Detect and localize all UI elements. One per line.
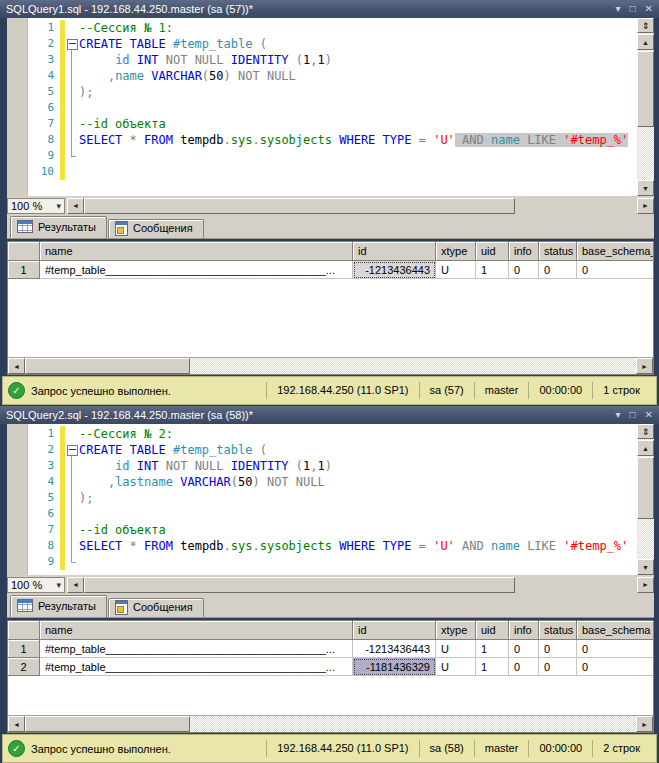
column-header-xtype[interactable]: xtype [436,621,476,640]
editor-horizontal-scrollbar[interactable]: ◄ ► [67,577,654,593]
scroll-right-icon[interactable]: ► [636,358,653,374]
scrollbar-track[interactable] [84,577,637,593]
scroll-down-icon[interactable]: ▼ [637,559,654,575]
grid-cell[interactable]: U [436,261,476,279]
scroll-right-icon[interactable]: ► [637,198,654,214]
grid-cell[interactable]: #temp_table_____________________________… [40,261,353,279]
column-header-id[interactable]: id [353,242,436,261]
editor-vertical-scrollbar[interactable]: ⇕ ▲ ▼ [637,18,654,196]
grid-horizontal-scrollbar[interactable]: ◄ ► [8,715,653,732]
scroll-left-icon[interactable]: ◄ [67,577,84,593]
title-bar[interactable]: SQLQuery2.sql - 192.168.44.250.master (s… [0,406,659,424]
grid-cell[interactable]: 0 [509,640,539,658]
grid-cell[interactable]: 0 [509,261,539,279]
column-header-status[interactable]: status [539,242,577,261]
editor-vertical-scrollbar[interactable]: ⇕ ▲ ▼ [637,424,654,575]
grid-cell[interactable]: 0 [577,261,654,279]
code-line[interactable]: 4 ,name VARCHAR(50) NOT NULL [7,68,637,84]
column-header-row-selector[interactable] [8,242,40,261]
tab-messages[interactable]: Сообщения [108,598,204,617]
scrollbar-track[interactable] [84,198,637,214]
code-line[interactable]: 8SELECT * FROM tempdb.sys.sysobjects WHE… [7,132,637,148]
code-line[interactable]: 10 [7,164,637,180]
splitter-handle-icon[interactable]: ⇕ [637,424,654,439]
scrollbar-track[interactable] [637,50,654,180]
code-line[interactable]: 7--id объекта [7,522,637,538]
column-header-info[interactable]: info [509,242,539,261]
grid-cell[interactable]: 0 [509,658,539,676]
column-header-row-selector[interactable] [8,621,40,640]
grid-cell[interactable]: 1 [476,658,509,676]
code-line[interactable]: 1--Сессия № 1: [7,20,637,36]
row-header[interactable]: 2 [8,658,40,676]
editor-horizontal-scrollbar[interactable]: ◄ ► [67,198,654,214]
column-header-id[interactable]: id [353,621,436,640]
scrollbar-track[interactable] [637,456,654,559]
scroll-left-icon[interactable]: ◄ [8,716,25,732]
code-line[interactable]: 5); [7,490,637,506]
scroll-left-icon[interactable]: ◄ [67,198,84,214]
sql-editor[interactable]: 1--Сессия № 2:2CREATE TABLE #temp_table … [7,424,654,575]
grid-cell[interactable]: 0 [577,640,654,658]
row-header[interactable]: 1 [8,261,40,279]
scroll-up-icon[interactable]: ▲ [637,440,654,456]
code-line[interactable]: 6 [7,506,637,522]
column-header-uid[interactable]: uid [476,242,509,261]
grid-cell[interactable]: -1213436443 [353,261,436,279]
zoom-select[interactable]: 100 % ▾ [7,577,65,593]
scroll-right-icon[interactable]: ► [636,716,653,732]
scrollbar-thumb[interactable] [637,51,654,127]
code-line[interactable]: 7--id объекта [7,116,637,132]
grid-cell[interactable]: #temp_table_____________________________… [40,640,353,658]
scroll-up-icon[interactable]: ▲ [637,34,654,50]
grid-cell[interactable]: #temp_table_____________________________… [40,658,353,676]
code-line[interactable]: 3 id INT NOT NULL IDENTITY (1,1) [7,458,637,474]
scrollbar-thumb[interactable] [25,716,190,732]
code-line[interactable]: 1--Сессия № 2: [7,426,637,442]
tab-results[interactable]: Результаты [10,595,107,617]
column-header-info[interactable]: info [509,621,539,640]
grid-cell[interactable]: 0 [539,658,577,676]
column-header-xtype[interactable]: xtype [436,242,476,261]
grid-cell[interactable]: -1213436443 [353,640,436,658]
scrollbar-track[interactable] [25,358,636,374]
grid-horizontal-scrollbar[interactable]: ◄ ► [8,357,653,374]
grid-cell[interactable]: 1 [476,640,509,658]
grid-cell[interactable]: U [436,640,476,658]
code-line[interactable]: 2CREATE TABLE #temp_table ( [7,442,637,458]
scroll-right-icon[interactable]: ► [637,577,654,593]
column-header-base_schema_v[interactable]: base_schema_v [577,242,654,261]
close-window-icon[interactable]: ✕ [645,410,653,420]
code-line[interactable]: 5); [7,84,637,100]
code-line[interactable]: 2CREATE TABLE #temp_table ( [7,36,637,52]
grid-cell[interactable]: 0 [539,640,577,658]
column-header-name[interactable]: name [40,621,353,640]
column-header-uid[interactable]: uid [476,621,509,640]
code-line[interactable]: 4 ,lastname VARCHAR(50) NOT NULL [7,474,637,490]
column-header-base_schema[interactable]: base_schema [577,621,654,640]
scrollbar-thumb[interactable] [84,577,515,593]
scrollbar-thumb[interactable] [25,358,190,374]
fold-collapse-icon[interactable] [67,445,78,456]
window-menu-icon[interactable]: ▾ [616,4,621,14]
column-header-name[interactable]: name [40,242,353,261]
code-line[interactable]: 9 [7,148,637,164]
close-window-icon[interactable]: ✕ [645,4,653,14]
grid-cell[interactable]: U [436,658,476,676]
grid-cell[interactable]: 0 [539,261,577,279]
float-window-icon[interactable]: □ [630,410,636,420]
scrollbar-thumb[interactable] [637,457,654,519]
scroll-left-icon[interactable]: ◄ [8,358,25,374]
sql-editor[interactable]: 1--Сессия № 1:2CREATE TABLE #temp_table … [7,18,654,196]
grid-cell[interactable]: 0 [577,658,654,676]
tab-messages[interactable]: Сообщения [108,219,204,238]
fold-collapse-icon[interactable] [67,39,78,50]
code-line[interactable]: 9 [7,554,637,570]
code-line[interactable]: 6 [7,100,637,116]
row-header[interactable]: 1 [8,640,40,658]
grid-cell[interactable]: -1181436329 [353,658,436,676]
code-line[interactable]: 3 id INT NOT NULL IDENTITY (1,1) [7,52,637,68]
scrollbar-track[interactable] [25,716,636,732]
scrollbar-thumb[interactable] [84,198,515,214]
tab-results[interactable]: Результаты [10,216,107,238]
